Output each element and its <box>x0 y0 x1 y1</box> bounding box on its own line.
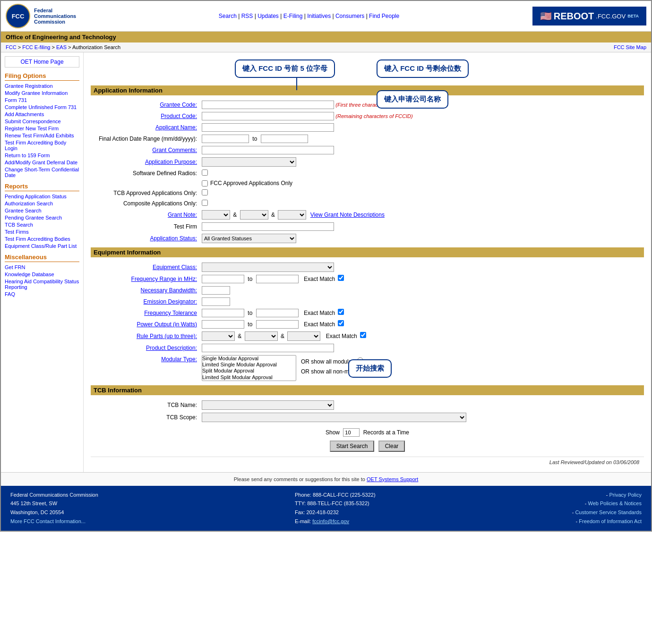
grant-note-select3[interactable] <box>278 210 306 220</box>
tcb-name-select[interactable] <box>202 400 334 410</box>
grant-comments-input[interactable] <box>202 146 334 154</box>
nav-updates[interactable]: Updates <box>257 13 279 19</box>
sidebar-authorization-search[interactable]: Authorization Search <box>5 201 79 206</box>
sidebar-change-confidential[interactable]: Change Short-Term Confidential Date <box>5 167 79 178</box>
sidebar-modify-grantee[interactable]: Modify Grantee Information <box>5 90 79 96</box>
tcb-approved-checkbox[interactable] <box>202 189 208 195</box>
freq-tolerance-exact-checkbox[interactable] <box>338 309 344 315</box>
emission-designator-input[interactable] <box>202 297 230 306</box>
sidebar-grantee-search[interactable]: Grantee Search <box>5 208 79 213</box>
composite-label-cell: Composite Applications Only: <box>91 198 199 209</box>
more-contact-link[interactable]: More FCC Contact Information... <box>10 518 86 524</box>
sidebar-hearing-aid[interactable]: Hearing Aid Compatibility Status Reporti… <box>5 279 79 290</box>
grant-note-select2[interactable] <box>240 210 268 220</box>
sidebar: OET Home Page Filing Options Grantee Reg… <box>1 52 84 472</box>
oet-home-link[interactable]: OET Home Page <box>5 56 79 68</box>
sidebar-tcb-search[interactable]: TCB Search <box>5 222 79 228</box>
tcb-name-label: TCB Name: <box>91 399 199 411</box>
nav-findpeople[interactable]: Find People <box>369 13 399 19</box>
frequency-exact-checkbox[interactable] <box>338 275 344 281</box>
sidebar-complete-form731[interactable]: Complete Unfinished Form 731 <box>5 104 79 110</box>
application-status-label: Application Status: <box>91 232 199 245</box>
sidebar-renew-test-firm[interactable]: Renew Test Firm/Add Exhibits <box>5 133 79 138</box>
frequency-to-input[interactable] <box>256 275 299 283</box>
software-defined-label: Software Defined Radios: <box>91 168 199 178</box>
sidebar-faq[interactable]: FAQ <box>5 291 79 297</box>
modular-type-listbox[interactable]: Single Modular Approval Limited Single M… <box>202 355 296 381</box>
email-link[interactable]: fccinfo@fcc.gov <box>312 518 349 524</box>
nav-initiatives[interactable]: Initiatives <box>307 13 331 19</box>
annotation-bubble-2: 键入 FCC ID 号剩余位数 <box>377 59 469 78</box>
site-map-link[interactable]: FCC Site Map <box>614 44 646 50</box>
product-description-input[interactable] <box>202 344 334 352</box>
application-purpose-label: Application Purpose: <box>91 156 199 168</box>
sidebar-get-frn[interactable]: Get FRN <box>5 264 79 270</box>
rule-parts-select1[interactable] <box>202 331 235 341</box>
privacy-link[interactable]: Privacy Policy <box>609 492 642 498</box>
rule-parts-exact-checkbox[interactable] <box>360 332 366 338</box>
logo-fcc-text: FCC <box>12 13 25 20</box>
breadcrumb-efiling[interactable]: FCC E-filing <box>22 44 50 50</box>
customer-service-link[interactable]: Customer Service Standards <box>575 509 642 515</box>
oet-support-link[interactable]: OET Systems Support <box>367 476 418 482</box>
freq-tolerance-from-input[interactable] <box>202 309 244 317</box>
frequency-from-input[interactable] <box>202 275 244 283</box>
composite-checkbox[interactable] <box>202 200 208 206</box>
content-area: 键入 FCC ID 号前 5 位字母 键入 FCC ID 号剩余位数 键入申请公… <box>84 52 651 472</box>
web-policies-link[interactable]: Web Policies & Notices <box>588 500 642 506</box>
application-purpose-select[interactable] <box>202 157 296 167</box>
sidebar-test-firm-accrediting-bodies[interactable]: Test Firm Accrediting Bodies <box>5 236 79 242</box>
sidebar-submit-correspondence[interactable]: Submit Correspondence <box>5 119 79 124</box>
tcb-scope-select[interactable] <box>202 413 466 422</box>
sidebar-test-firm-accrediting[interactable]: Test Firm Accrediting Body Login <box>5 140 79 151</box>
sidebar-add-attachments[interactable]: Add Attachments <box>5 111 79 117</box>
breadcrumb-eas[interactable]: EAS <box>56 44 67 50</box>
power-exact-checkbox[interactable] <box>338 320 344 326</box>
rule-parts-select2[interactable] <box>245 331 278 341</box>
application-status-select[interactable]: All Granted Statuses <box>202 234 296 243</box>
breadcrumb-fcc[interactable]: FCC <box>6 44 17 50</box>
test-firm-label: Test Firm <box>91 221 199 232</box>
sidebar-grantee-registration[interactable]: Grantee Registration <box>5 83 79 89</box>
sidebar-knowledge-database[interactable]: Knowledge Database <box>5 271 79 277</box>
grantee-code-input[interactable] <box>202 101 334 109</box>
rule-parts-select3[interactable] <box>287 331 320 341</box>
sidebar-pending-status[interactable]: Pending Application Status <box>5 194 79 199</box>
applicant-name-input[interactable] <box>202 123 334 132</box>
sidebar-equipment-class[interactable]: Equipment Class/Rule Part List <box>5 243 79 249</box>
reports-title: Reports <box>5 183 79 191</box>
show-count-input[interactable] <box>343 428 360 437</box>
nav-rss[interactable]: RSS <box>241 13 253 19</box>
nav-efiling[interactable]: E-Filing <box>283 13 303 19</box>
footer-org: Federal Communications Commission <box>10 491 98 500</box>
view-grant-note-link[interactable]: View Grant Note Descriptions <box>310 212 385 218</box>
sidebar-return-159[interactable]: Return to 159 Form <box>5 153 79 158</box>
sidebar-test-firms[interactable]: Test Firms <box>5 229 79 235</box>
final-action-label: Final Action Date Range (mm/dd/yyyy): <box>91 133 199 144</box>
flag-icon: 🇺🇸 <box>540 10 552 22</box>
equipment-class-select[interactable] <box>202 263 334 272</box>
power-to-input[interactable] <box>256 320 299 329</box>
clear-button[interactable]: Clear <box>378 441 405 452</box>
sidebar-add-modify-grant[interactable]: Add/Modify Grant Deferral Date <box>5 160 79 165</box>
software-defined-checkbox[interactable] <box>202 169 208 176</box>
final-action-to-input[interactable] <box>261 135 308 143</box>
miscellaneous-section: Miscellaneous Get FRN Knowledge Database… <box>5 254 79 297</box>
fcc-approved-checkbox[interactable] <box>202 180 208 186</box>
sidebar-form731[interactable]: Form 731 <box>5 97 79 103</box>
nav-search[interactable]: Search <box>219 13 237 19</box>
product-code-input[interactable] <box>202 112 334 120</box>
start-search-button[interactable]: Start Search <box>330 441 375 452</box>
breadcrumb: FCC > FCC E-filing > EAS > Authorization… <box>1 42 651 52</box>
test-firm-input[interactable] <box>202 222 334 231</box>
necessary-bandwidth-input[interactable] <box>202 286 230 295</box>
tcb-form-table: TCB Name: TCB Scope: <box>91 399 644 424</box>
final-action-from-input[interactable] <box>202 135 249 143</box>
nav-consumers[interactable]: Consumers <box>335 13 364 19</box>
sidebar-register-test-firm[interactable]: Register New Test Firm <box>5 126 79 131</box>
grant-note-select1[interactable] <box>202 210 230 220</box>
freq-tolerance-to-input[interactable] <box>256 309 299 317</box>
foia-link[interactable]: Freedom of Information Act <box>579 518 642 524</box>
sidebar-pending-grantee[interactable]: Pending Grantee Search <box>5 215 79 220</box>
power-from-input[interactable] <box>202 320 244 329</box>
